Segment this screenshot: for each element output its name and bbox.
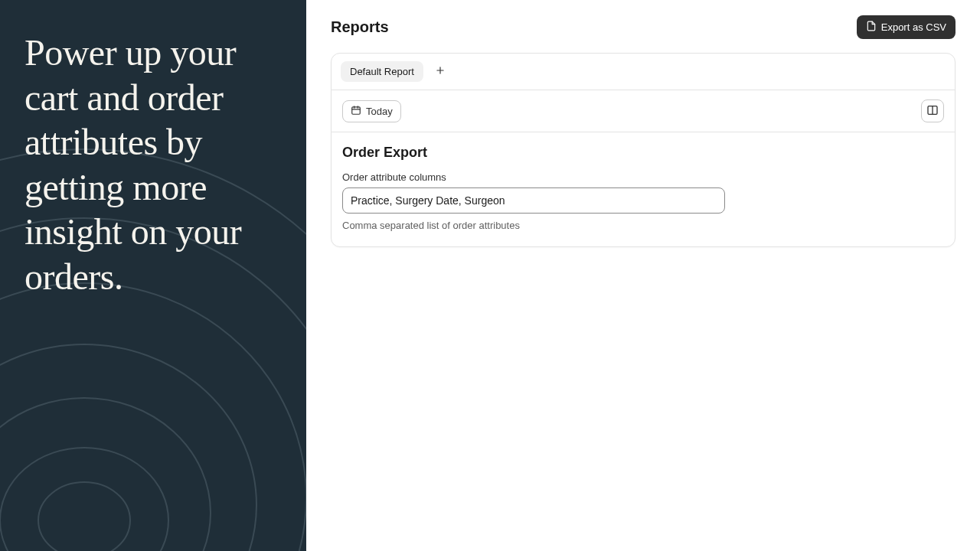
attribute-columns-label: Order attribute columns [342,171,944,183]
report-card: Default Report Today Order Export [331,53,956,247]
attribute-columns-input[interactable] [342,187,725,214]
svg-point-4 [0,283,306,551]
svg-point-2 [0,398,211,551]
main-panel: Reports Export as CSV Default Report Tod… [306,0,980,551]
filter-row: Today [332,90,955,132]
svg-rect-9 [352,106,361,113]
hero-heading: Power up your cart and order attributes … [24,31,282,299]
svg-point-1 [0,448,168,551]
columns-icon [926,104,939,119]
plus-icon [435,65,446,78]
date-filter-label: Today [366,106,393,117]
date-filter-button[interactable]: Today [342,100,401,122]
columns-toggle-button[interactable] [921,99,944,122]
header-row: Reports Export as CSV [331,15,956,39]
promo-panel: Power up your cart and order attributes … [0,0,306,551]
export-csv-button[interactable]: Export as CSV [857,15,956,39]
section-title: Order Export [342,145,944,161]
file-icon [866,21,877,34]
order-export-section: Order Export Order attribute columns Com… [332,132,955,246]
add-tab-button[interactable] [431,63,449,81]
tab-default-report[interactable]: Default Report [341,61,423,82]
export-csv-label: Export as CSV [881,21,946,33]
svg-point-0 [38,482,130,551]
attribute-columns-help: Comma separated list of order attributes [342,220,944,231]
calendar-icon [351,105,361,118]
tabs-row: Default Report [332,54,955,90]
page-title: Reports [331,18,389,36]
svg-point-3 [0,344,256,551]
